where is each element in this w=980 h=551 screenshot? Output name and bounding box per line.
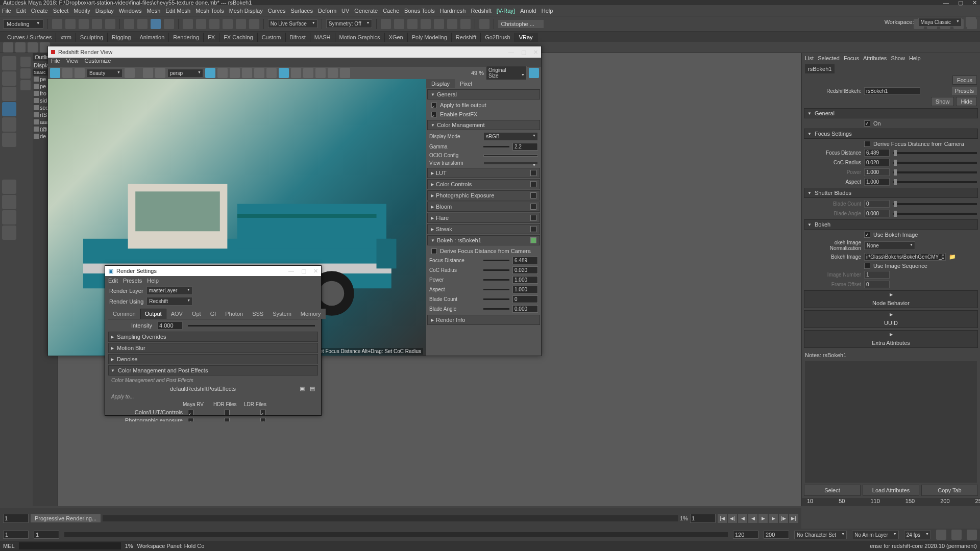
rv-sun-icon[interactable] (254, 68, 264, 78)
ae-fd-slider[interactable] (893, 152, 977, 154)
ae-focus-btn[interactable]: Focus (952, 76, 977, 85)
rs-map-icon[interactable]: ▣ (300, 385, 305, 392)
rs-rl-dd[interactable]: masterLayer (146, 286, 192, 295)
ae-sec-ea[interactable]: Extra Attributes (804, 330, 978, 348)
rv-cc-toggle[interactable] (530, 181, 536, 187)
snap-plane-icon[interactable] (223, 19, 233, 29)
rv-sec-cm[interactable]: Color Management (427, 120, 540, 130)
shelf-curves[interactable]: Curves / Surfaces (3, 33, 56, 42)
menu-deform[interactable]: Deform (318, 8, 336, 14)
mel-input[interactable] (19, 542, 121, 549)
min-icon[interactable]: — (943, 0, 949, 6)
shelf-xgen[interactable]: XGen (385, 33, 408, 42)
rv-bc-v[interactable]: 0 (512, 295, 538, 303)
sel-comp-icon[interactable] (137, 19, 148, 29)
shelf-xtrm[interactable]: xtrm (56, 33, 76, 42)
rs-r1-c1[interactable] (188, 410, 193, 415)
symmetry-dd[interactable]: Symmetry: Off (326, 19, 372, 28)
menu-windows[interactable]: Windows (119, 8, 142, 14)
ae-hide-btn[interactable]: Hide (956, 97, 977, 106)
ts-track[interactable] (103, 515, 678, 521)
menu-vray[interactable]: [V-Ray] (497, 8, 515, 14)
redo-icon[interactable] (105, 19, 115, 29)
ae-bi-input[interactable] (864, 253, 946, 261)
fps-dd[interactable]: 24 fps (904, 531, 931, 539)
rv-pe-toggle[interactable] (530, 192, 536, 198)
ae-load-btn[interactable]: Load Attributes (863, 485, 919, 496)
menu-generate[interactable]: Generate (354, 8, 378, 14)
ae-norm-dd[interactable]: None (864, 241, 915, 250)
rv-pow-v[interactable]: 1.000 (512, 276, 538, 284)
light-icon[interactable] (447, 19, 457, 29)
rv-dm-dd[interactable]: sRGB (483, 132, 538, 141)
rv-file[interactable]: File (51, 58, 60, 67)
shelf-redshift[interactable]: Redshift (452, 33, 481, 42)
rv-streak-toggle[interactable] (530, 226, 536, 232)
shelf-icon-2[interactable] (15, 42, 26, 53)
rs-presets[interactable]: Presets (123, 278, 142, 284)
ae-ubi-check[interactable] (864, 232, 870, 238)
lasso-tool-icon[interactable] (2, 71, 16, 86)
rs-tab-opt[interactable]: Opt (187, 309, 206, 319)
layout-single-icon[interactable] (2, 180, 16, 194)
workspace-icon[interactable] (966, 17, 976, 27)
pref-icon[interactable] (951, 530, 962, 540)
rv-min-icon[interactable]: — (508, 49, 514, 56)
rv-fit-icon[interactable] (529, 68, 539, 78)
shelf-sculpt[interactable]: Sculpting (76, 33, 108, 42)
ae-copy-btn[interactable]: Copy Tab (921, 485, 978, 496)
rv-snow-icon[interactable] (242, 68, 252, 78)
rv-gamma-v[interactable]: 2.2 (512, 143, 538, 151)
rv-sec-bokeh[interactable]: Bokeh : rsBokeh1 (427, 235, 540, 245)
rv-ba-slider[interactable] (483, 308, 509, 310)
ae-node-tab[interactable]: rsBokeh1 (805, 64, 835, 73)
rv-asp-slider[interactable] (483, 289, 509, 290)
menu-create[interactable]: Create (31, 8, 48, 14)
rv-vt-dd[interactable] (483, 162, 538, 165)
ae-attributes[interactable]: Attributes (863, 55, 887, 61)
rs-sec-so[interactable]: Sampling Overrides (108, 332, 318, 342)
mode-dropdown[interactable]: Modeling (3, 19, 43, 29)
shelf-custom[interactable]: Custom (258, 33, 286, 42)
user-badge[interactable]: Christophe ... (498, 20, 544, 28)
rs-tab-gi[interactable]: GI (206, 309, 221, 319)
rv-lut-toggle[interactable] (530, 170, 536, 176)
tb2-2-icon[interactable] (20, 68, 31, 79)
rs-r2-c3[interactable] (260, 418, 266, 422)
rs-ru-dd[interactable]: Redshift (146, 297, 192, 306)
render-layer-icon[interactable] (434, 19, 444, 29)
menu-modify[interactable]: Modify (74, 8, 90, 14)
script-icon[interactable] (967, 530, 977, 540)
rv-sec-general[interactable]: General (427, 89, 540, 99)
rs-start[interactable] (3, 531, 29, 539)
step-fwd-key-icon[interactable]: |▶ (779, 514, 788, 523)
rv-expand-icon[interactable] (291, 68, 301, 78)
ae-sec-bokeh[interactable]: Bokeh (804, 219, 978, 230)
ae-sec-uuid[interactable]: UUID (804, 310, 978, 328)
ae-coc-input[interactable] (864, 159, 890, 166)
ipr-icon[interactable] (394, 19, 404, 29)
rv-ocio-v[interactable] (483, 155, 538, 157)
ae-sec-focus[interactable]: Focus Settings (804, 129, 978, 139)
shelf-bifrost[interactable]: Bifrost (286, 33, 310, 42)
ae-sec-sb[interactable]: Shutter Blades (804, 188, 978, 198)
menu-mesh[interactable]: Mesh (146, 8, 160, 14)
rv-asp-v[interactable]: 1.000 (512, 286, 538, 293)
step-back-key-icon[interactable]: ◀| (728, 514, 737, 523)
rv-apply-file-ck[interactable] (431, 103, 437, 108)
rs-r2-c1[interactable] (188, 418, 193, 422)
shelf-rig[interactable]: Rigging (108, 33, 135, 42)
render-icon[interactable] (381, 19, 391, 29)
tb2-1-icon[interactable] (20, 57, 31, 67)
rs-tab-photon[interactable]: Photon (220, 309, 248, 319)
new-icon[interactable] (52, 19, 62, 29)
ae-sec-nb[interactable]: Node Behavior (804, 290, 978, 308)
ae-show[interactable]: Show (891, 55, 905, 61)
open-icon[interactable] (65, 19, 76, 29)
rv-copy-icon[interactable] (340, 68, 350, 78)
save-icon[interactable] (79, 19, 89, 29)
rv-fd-v[interactable]: 6.489 (512, 257, 538, 264)
ae-coc-slider[interactable] (893, 162, 977, 164)
rv-gamma-slider[interactable] (483, 146, 509, 147)
rv-ipr-icon[interactable] (279, 68, 289, 78)
